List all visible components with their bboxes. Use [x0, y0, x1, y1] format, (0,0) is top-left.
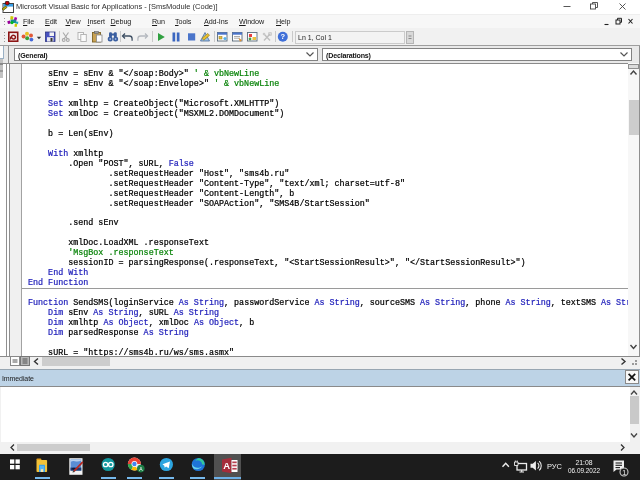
svg-text:1: 1: [622, 469, 626, 476]
svg-text:A: A: [223, 460, 230, 471]
svg-text:?: ?: [281, 32, 286, 41]
